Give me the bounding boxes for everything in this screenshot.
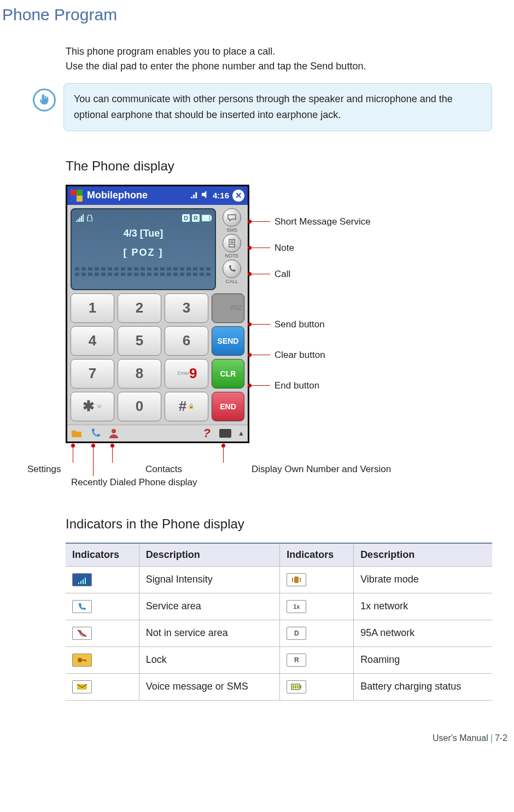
vibrate-icon xyxy=(287,573,306,586)
svg-rect-3 xyxy=(205,216,207,220)
signal-icon xyxy=(191,191,198,200)
battery-icon xyxy=(202,215,212,221)
note-label: NOTE xyxy=(225,253,238,258)
close-button[interactable]: ✕ xyxy=(232,190,244,202)
callout-recent: Recently Dialed Phone display xyxy=(71,477,197,488)
key-hash[interactable]: #🔒 xyxy=(165,392,208,421)
key-2[interactable]: 2 xyxy=(118,293,161,323)
help-icon[interactable]: ? xyxy=(201,427,213,439)
soft-button-bar: ? ▲ xyxy=(67,425,248,442)
key-8[interactable]: 8 xyxy=(118,359,161,389)
callout-note: Note xyxy=(274,243,294,254)
desc-vibrate: Vibrate mode xyxy=(354,566,492,593)
emer-label: Emer xyxy=(178,371,190,376)
brand-label: POZ xyxy=(212,293,244,323)
page-footer: User's Manual|7-2 xyxy=(0,733,507,743)
end-button[interactable]: END xyxy=(212,392,244,421)
key-7[interactable]: 7 xyxy=(71,359,114,389)
settings-icon[interactable] xyxy=(71,427,83,439)
key-0[interactable]: 0 xyxy=(118,392,161,421)
desc-lock: Lock xyxy=(139,646,280,673)
svg-rect-4 xyxy=(207,216,209,220)
clear-button[interactable]: CLR xyxy=(212,359,244,389)
th-indicators-1: Indicators xyxy=(66,543,139,567)
desc-no-service: Not in service area xyxy=(139,620,280,646)
section-phone-display: The Phone display xyxy=(66,158,492,174)
lcd-date: 4/3 [Tue] xyxy=(75,228,212,239)
callout-settings: Settings xyxy=(27,464,61,475)
callout-clr: Clear button xyxy=(274,350,325,361)
voice-sms-icon xyxy=(72,680,92,693)
callout-send: Send button xyxy=(274,319,325,330)
svg-rect-2 xyxy=(203,216,205,220)
desc-95a: 95A network xyxy=(354,620,492,646)
callout-call: Call xyxy=(274,269,290,280)
lcd-brand: [ POZ ] xyxy=(75,247,212,258)
key-9[interactable]: Emer9 xyxy=(165,359,208,389)
th-description-2: Description xyxy=(354,543,492,567)
pointing-hand-icon xyxy=(33,89,56,111)
window-titlebar: Mobilephone 4:16 ✕ xyxy=(67,186,248,205)
key-5[interactable]: 5 xyxy=(118,326,161,356)
svg-rect-9 xyxy=(85,660,86,662)
callout-end: End button xyxy=(274,380,319,391)
desc-signal-intensity: Signal Intensity xyxy=(139,566,280,593)
desc-voice-sms: Voice message or SMS xyxy=(139,673,280,700)
key-4[interactable]: 4 xyxy=(71,326,114,356)
key-star[interactable]: ✱☏ xyxy=(71,392,114,421)
95a-network-icon: D xyxy=(287,627,306,640)
signal-intensity-icon xyxy=(75,214,84,222)
intro-line-2: Use the dial pad to enter the phone numb… xyxy=(66,61,492,72)
phone-screenshot: Mobilephone 4:16 ✕ D xyxy=(66,185,249,443)
volume-icon xyxy=(202,191,209,200)
d-indicator-icon: D xyxy=(182,214,190,222)
roaming-icon: R xyxy=(287,654,306,667)
desc-roaming: Roaming xyxy=(354,646,492,673)
key-3[interactable]: 3 xyxy=(165,293,208,323)
note-callout-box: You can communicate with other persons t… xyxy=(63,83,492,131)
1x-network-icon: 1x xyxy=(287,600,306,613)
send-button[interactable]: SEND xyxy=(212,326,244,356)
lock-icon xyxy=(72,654,92,667)
contacts-icon[interactable] xyxy=(108,427,120,439)
app-name: Mobilephone xyxy=(87,190,148,201)
up-arrow-icon[interactable]: ▲ xyxy=(238,429,244,437)
svg-point-5 xyxy=(112,429,116,433)
no-service-icon xyxy=(72,627,92,640)
svg-rect-11 xyxy=(300,685,301,689)
section-indicators: Indicators in the Phone display xyxy=(66,516,492,532)
call-label: CALL xyxy=(226,279,238,284)
page-title: Phone Program xyxy=(2,5,514,24)
th-indicators-2: Indicators xyxy=(280,543,354,567)
svg-rect-6 xyxy=(294,576,299,583)
r-indicator-icon: R xyxy=(192,214,200,222)
key-6[interactable]: 6 xyxy=(165,326,208,356)
svg-rect-1 xyxy=(211,216,212,220)
indicators-table: Indicators Description Indicators Descri… xyxy=(66,543,492,701)
keyboard-icon[interactable] xyxy=(219,429,231,438)
th-description-1: Description xyxy=(139,543,280,567)
start-icon[interactable] xyxy=(71,190,83,202)
callout-contacts: Contacts xyxy=(145,464,182,475)
svg-rect-12 xyxy=(293,685,294,689)
battery-status-icon xyxy=(287,680,306,693)
callout-info: Display Own Number and Version xyxy=(252,464,391,475)
callout-sms: Short Message Service xyxy=(274,216,371,227)
service-area-icon xyxy=(72,600,92,613)
signal-intensity-icon xyxy=(72,573,92,586)
desc-service-area: Service area xyxy=(139,593,280,620)
desc-1x: 1x network xyxy=(354,593,492,620)
lock-icon xyxy=(86,214,94,222)
svg-rect-14 xyxy=(297,685,299,689)
svg-rect-13 xyxy=(295,685,296,689)
recent-calls-icon[interactable] xyxy=(89,427,101,439)
sms-button[interactable] xyxy=(223,208,241,227)
lcd-screen: D R 4/3 [Tue] [ POZ ] xyxy=(71,208,216,290)
call-button[interactable] xyxy=(223,260,241,278)
sms-label: SMS xyxy=(226,227,237,233)
note-button[interactable] xyxy=(223,234,241,252)
desc-battery: Battery charging status xyxy=(354,673,492,700)
key-1[interactable]: 1 xyxy=(71,293,114,323)
clock-time: 4:16 xyxy=(213,191,229,200)
intro-line-1: This phone program enables you to place … xyxy=(66,46,492,57)
